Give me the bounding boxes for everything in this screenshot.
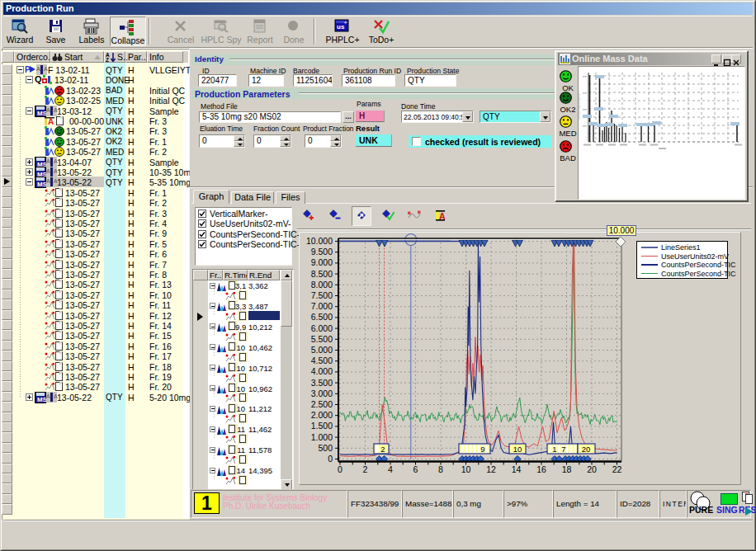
svg-text:Intensity/Abundance: Intensity/Abundance xyxy=(578,93,581,120)
